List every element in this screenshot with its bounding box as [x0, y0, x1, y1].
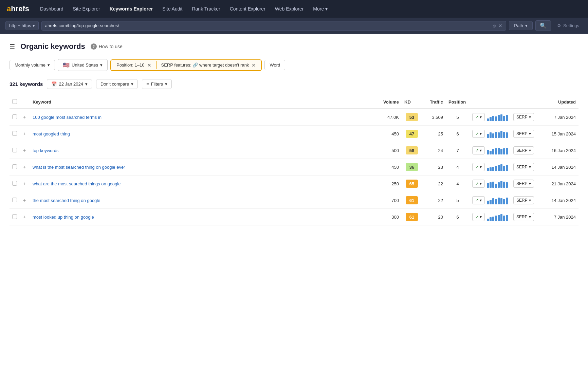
trend-button[interactable]: ↗ ▾ [472, 196, 485, 204]
nav-item-rank-tracker[interactable]: Rank Tracker [188, 4, 224, 14]
url-display[interactable]: ahrefs.com/blog/top-google-searches/ [45, 23, 491, 28]
trend-button[interactable]: ↗ ▾ [472, 113, 485, 121]
serp-button[interactable]: SERP ▾ [513, 196, 534, 204]
protocol-selector[interactable]: http + https ▾ [5, 21, 39, 30]
close-icon[interactable]: ✕ [498, 23, 502, 29]
how-to-use-link[interactable]: ? How to use [91, 43, 123, 50]
serp-filter-close[interactable]: ✕ [252, 63, 256, 68]
chevron-down-icon: ▾ [85, 81, 88, 87]
add-keyword-icon[interactable]: + [23, 131, 26, 136]
chevron-down-icon: ▾ [480, 181, 482, 186]
word-filter-button[interactable]: Word [264, 60, 285, 70]
serp-cell: SERP ▾ [511, 126, 541, 142]
trend-button[interactable]: ↗ ▾ [472, 163, 485, 171]
country-filter-button[interactable]: 🇺🇸 United States ▾ [58, 59, 108, 71]
chart-bar [500, 214, 502, 221]
chart-bar [490, 217, 492, 221]
kd-badge: 61 [406, 196, 418, 204]
chart-bar [487, 134, 489, 138]
kd-badge: 65 [406, 180, 418, 188]
row-checkbox[interactable] [12, 148, 17, 152]
position-filter-close[interactable]: ✕ [147, 63, 151, 68]
chevron-down-icon: ▾ [529, 165, 531, 169]
serp-cell: SERP ▾ [511, 159, 541, 176]
chevron-down-icon: ▾ [48, 62, 50, 68]
trend-button[interactable]: ↗ ▾ [472, 180, 485, 188]
settings-button[interactable]: ⚙ Settings [554, 21, 583, 30]
row-checkbox[interactable] [12, 214, 17, 219]
chart-bar [498, 215, 500, 221]
kd-cell: 58 [402, 142, 422, 159]
serp-button[interactable]: SERP ▾ [513, 163, 534, 171]
keyword-link[interactable]: most looked up thing on google [33, 215, 94, 220]
trend-chart [487, 213, 508, 221]
serp-button[interactable]: SERP ▾ [513, 213, 534, 221]
add-keyword-icon[interactable]: + [23, 181, 26, 186]
add-keyword-icon[interactable]: + [23, 198, 26, 203]
menu-icon[interactable]: ☰ [10, 43, 15, 50]
keyword-link[interactable]: what is the most searched thing on googl… [33, 165, 125, 170]
path-button[interactable]: Path ▾ [509, 21, 533, 30]
filters-row: Monthly volume ▾ 🇺🇸 United States ▾ Posi… [10, 59, 578, 71]
serp-cell: SERP ▾ [511, 142, 541, 159]
keyword-link[interactable]: most googled thing [33, 131, 70, 136]
chart-bar [495, 199, 497, 204]
serp-button[interactable]: SERP ▾ [513, 146, 534, 154]
logo[interactable]: ahrefs [7, 4, 29, 13]
chart-bar [495, 148, 497, 154]
nav-item-keywords-explorer[interactable]: Keywords Explorer [106, 4, 157, 14]
add-keyword-icon[interactable]: + [23, 114, 26, 120]
trend-chart-cell: ↗ ▾ [470, 209, 511, 225]
position-cell: 4 [446, 176, 470, 192]
nav-item-dashboard[interactable]: Dashboard [36, 4, 68, 14]
nav-item-web-explorer[interactable]: Web Explorer [271, 4, 308, 14]
updated-cell: 14 Jan 2024 [541, 159, 578, 176]
row-checkbox[interactable] [12, 114, 17, 119]
chart-bar [506, 198, 508, 204]
select-all-checkbox[interactable] [12, 99, 17, 104]
keyword-link[interactable]: what are the most searched things on goo… [33, 181, 121, 186]
row-checkbox[interactable] [12, 181, 17, 186]
trend-chart-cell: ↗ ▾ [470, 159, 511, 176]
row-checkbox[interactable] [12, 198, 17, 202]
chart-bar [500, 114, 502, 121]
volume-cell: 47.0K [374, 109, 402, 126]
trend-button[interactable]: ↗ ▾ [472, 213, 485, 221]
serp-button[interactable]: SERP ▾ [513, 130, 534, 138]
keyword-link[interactable]: 100 google most searched terms in [33, 115, 102, 120]
volume-filter-button[interactable]: Monthly volume ▾ [10, 60, 55, 70]
keyword-link[interactable]: the most searched thing on google [33, 198, 100, 203]
chart-bar [490, 182, 492, 188]
chevron-down-icon: ▾ [525, 23, 528, 28]
trend-button[interactable]: ↗ ▾ [472, 146, 485, 154]
position-filter-pill: Position: 1–10 ✕ [113, 61, 154, 69]
row-checkbox[interactable] [12, 131, 17, 136]
chart-bar [498, 148, 500, 154]
date-button[interactable]: 📅 22 Jan 2024 ▾ [47, 79, 92, 89]
kd-cell: 47 [402, 126, 422, 142]
add-keyword-icon[interactable]: + [23, 148, 26, 153]
trend-icon: ↗ [475, 181, 479, 186]
filters-button[interactable]: ≡ Filters ▾ [142, 79, 172, 89]
add-keyword-icon[interactable]: + [23, 164, 26, 170]
add-keyword-icon[interactable]: + [23, 214, 26, 220]
trend-button[interactable]: ↗ ▾ [472, 130, 485, 138]
nav-item-site-explorer[interactable]: Site Explorer [69, 4, 104, 14]
keyword-link[interactable]: top keywords [33, 148, 59, 153]
kd-column-header: KD [402, 96, 422, 109]
serp-button[interactable]: SERP ▾ [513, 180, 534, 188]
nav-item-site-audit[interactable]: Site Audit [158, 4, 186, 14]
table-header-row: Keyword Volume KD Traffic Position Updat… [10, 96, 578, 109]
chart-bar [500, 149, 502, 154]
search-button[interactable]: 🔍 [535, 20, 551, 31]
traffic-cell: 25 [422, 126, 446, 142]
external-link-icon[interactable]: ⎋ [493, 23, 496, 29]
serp-button[interactable]: SERP ▾ [513, 113, 534, 121]
nav-item-more[interactable]: More ▾ [309, 4, 332, 14]
chart-bar [498, 132, 500, 138]
nav-item-content-explorer[interactable]: Content Explorer [226, 4, 270, 14]
volume-cell: 450 [374, 126, 402, 142]
row-checkbox[interactable] [12, 164, 17, 169]
chart-bar [495, 216, 497, 221]
compare-button[interactable]: Don't compare ▾ [96, 79, 138, 89]
